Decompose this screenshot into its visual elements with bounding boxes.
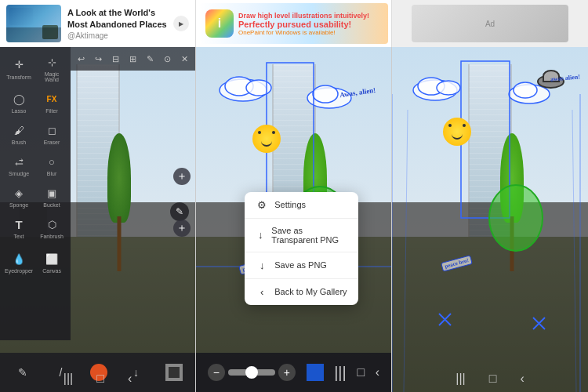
ad-inner: i Draw high level illustrations intuitiv… — [199, 3, 388, 44]
banner-thumbnail — [6, 5, 61, 42]
play-button[interactable]: ▶ — [173, 16, 189, 31]
zoom-controls: − + — [208, 364, 296, 381]
tool-transform[interactable]: ✛ Transform — [3, 50, 34, 85]
tool-text[interactable]: T Text — [3, 212, 34, 242]
panel3-bottom-nav: ||| □ ‹ — [392, 372, 588, 387]
banner-abandoned-places[interactable]: A Look at the World's Most Abandoned Pla… — [0, 0, 196, 47]
banner-title: A Look at the World's Most Abandoned Pla… — [67, 7, 170, 30]
zoom-out-button[interactable]: − — [208, 364, 225, 381]
banner-onepaint-ad[interactable]: i Draw high level illustrations intuitiv… — [196, 0, 392, 47]
tree-3 — [500, 133, 524, 271]
tool-magic-wand[interactable]: ⊹ Magic Wand — [36, 50, 67, 85]
download-icon-2: ↓ — [256, 260, 268, 271]
zoom-thumb — [245, 366, 258, 379]
banner-text: A Look at the World's Most Abandoned Pla… — [67, 7, 170, 40]
zoom-in-button[interactable]: + — [278, 364, 296, 381]
tools-panel: ✛ Transform ⊹ Magic Wand ◯ Lasso FX Filt… — [0, 47, 71, 340]
tools-grid: ✛ Transform ⊹ Magic Wand ◯ Lasso FX Filt… — [0, 47, 71, 245]
zoom-slider[interactable] — [228, 369, 275, 376]
nav3-back-icon[interactable]: ‹ — [520, 372, 524, 386]
panel2-nav-1[interactable]: ||| — [334, 364, 347, 382]
tree — [107, 133, 131, 271]
redo-icon[interactable]: ↪ — [93, 51, 105, 67]
tool-blur[interactable]: ○ Blur — [36, 150, 67, 180]
nav-home-icon[interactable]: □ — [96, 372, 104, 386]
doodle-sun — [251, 123, 282, 154]
panels-container: ↩ ↪ ⊟ ⊞ ✎ ⊙ ✕ ✛ Transform ⊹ Magic Wand ◯ — [0, 47, 588, 392]
panel2-bottom-bar: − + ||| □ ‹ — [196, 353, 391, 392]
ad-draw-line: Draw high level illustrations intuitivel… — [238, 12, 382, 20]
tool-smudge[interactable]: ⥄ Smudge — [3, 150, 34, 180]
tool-eyedropper[interactable]: 💧 Eyedropper — [3, 247, 34, 277]
top-panel-bar: ↩ ↪ ⊟ ⊞ ✎ ⊙ ✕ — [71, 47, 195, 71]
minus-icon[interactable]: ⊟ — [110, 51, 122, 67]
add-layer-top[interactable]: ＋ — [173, 168, 191, 185]
panel-drawing: Awas, alien! peace bro! ⚙ Settings ↓ Sav… — [196, 47, 392, 392]
popup-menu: ⚙ Settings ↓ Save as Transparent PNG ↓ S… — [245, 192, 358, 305]
people-3 — [392, 202, 588, 392]
tool-canvas[interactable]: ⬜ Canvas — [36, 247, 67, 277]
tool-eraser[interactable]: ◻ Eraser — [36, 118, 67, 148]
extra-tools: 💧 Eyedropper ⬜ Canvas — [0, 245, 71, 278]
ad-sub-line: OnePaint for Windows is available! — [238, 29, 382, 36]
nav-back-icon[interactable]: ‹ — [128, 372, 132, 386]
tool-bucket[interactable]: ▣ Bucket — [36, 181, 67, 211]
color-selector[interactable] — [307, 364, 324, 381]
app-logo: i — [205, 9, 234, 38]
settings-icon: ⚙ — [256, 199, 268, 211]
back-icon: ‹ — [256, 286, 268, 298]
tool-sponge[interactable]: ◈ Sponge — [3, 181, 34, 211]
layers-icon[interactable]: ⊙ — [161, 51, 173, 67]
close-panel-icon[interactable]: ✕ — [178, 51, 191, 67]
nav3-home-icon[interactable]: □ — [489, 372, 497, 386]
undo-icon[interactable]: ↩ — [75, 51, 88, 67]
doodle-sun-3 — [441, 116, 473, 147]
edit-pencil-button[interactable]: ✎ — [170, 202, 189, 221]
tool-fx[interactable]: FX Filter — [36, 87, 67, 117]
plus-icon[interactable]: ⊞ — [127, 51, 140, 67]
nav-menu-icon[interactable]: ||| — [64, 372, 73, 386]
pencil-icon[interactable]: ✎ — [143, 51, 156, 67]
banner-author: @Aktimage — [67, 31, 170, 40]
tool-lasso[interactable]: ◯ Lasso — [3, 87, 34, 117]
panel2-nav-2[interactable]: □ — [357, 365, 365, 379]
top-banner: A Look at the World's Most Abandoned Pla… — [0, 0, 588, 47]
nav3-menu-icon[interactable]: ||| — [456, 372, 465, 386]
banner-right: Ad — [392, 0, 588, 47]
panel-result: awas alien! peace bro! ||| □ ‹ — [392, 47, 588, 392]
ad-text: Draw high level illustrations intuitivel… — [238, 12, 382, 36]
ad-main-line: Perfectly pursued usability! — [238, 20, 382, 29]
banner-controls: ▶ — [173, 16, 189, 31]
tool-fanbrush[interactable]: ⬡ Fanbrush — [36, 212, 67, 242]
panel-editor: ↩ ↪ ⊟ ⊞ ✎ ⊙ ✕ ✛ Transform ⊹ Magic Wand ◯ — [0, 47, 196, 392]
banner-right-content: Ad — [412, 5, 568, 42]
menu-save-transparent[interactable]: ↓ Save as Transparent PNG — [245, 219, 358, 252]
tool-brush[interactable]: 🖌 Brush — [3, 118, 34, 148]
photo-scene-3 — [392, 47, 588, 392]
add-layer-mid[interactable]: ＋ — [173, 220, 191, 237]
panel2-nav-3[interactable]: ‹ — [376, 365, 379, 379]
menu-settings[interactable]: ⚙ Settings — [245, 192, 358, 219]
menu-back-gallery[interactable]: ‹ Back to My Gallery — [245, 279, 358, 305]
download-icon-1: ↓ — [256, 229, 265, 241]
menu-save-png[interactable]: ↓ Save as PNG — [245, 252, 358, 279]
panel1-bottom-nav: ||| □ ‹ — [0, 372, 195, 387]
